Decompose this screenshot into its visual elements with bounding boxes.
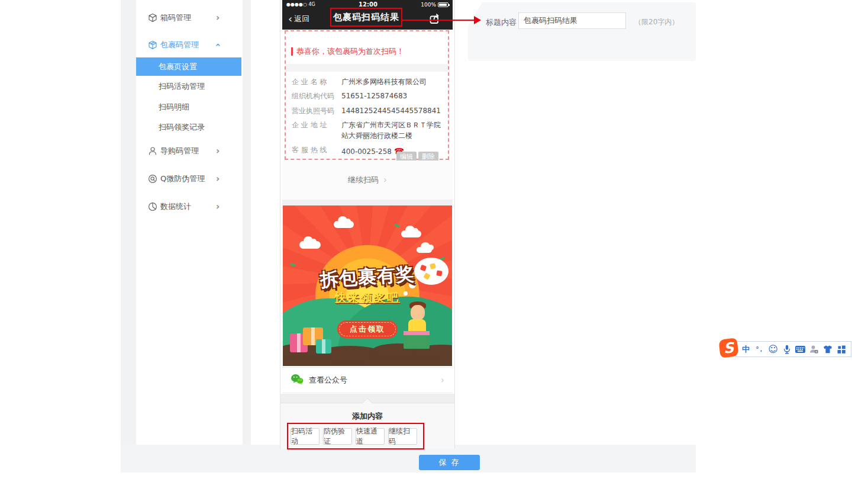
add-content-title: 添加内容 xyxy=(280,411,454,422)
char-limit-hint: （限20字内） xyxy=(634,17,679,27)
ime-toolbar-box: 中 °， ☺ xyxy=(735,341,851,357)
chevron-right-icon: › xyxy=(383,175,387,185)
add-content-annotated-box: 扫码活动 防伪验证 快速通道 继续扫码 xyxy=(287,423,424,449)
sidebar-item-package-code[interactable]: 包裹码管理 › xyxy=(136,36,243,54)
phone-statusbar: ●●●●○ 4G 12:00 100% xyxy=(282,0,453,8)
left-gutter xyxy=(121,0,136,445)
back-button[interactable]: ‹ 返回 xyxy=(288,14,309,24)
page-title-annotated: 包裹码扫码结果 xyxy=(330,8,402,27)
claim-prize-button[interactable]: 点击领取 xyxy=(339,322,396,336)
chevron-up-icon: › xyxy=(212,40,223,50)
info-row-license-no: 营业执照号码 1448125244545445578841 xyxy=(292,106,445,116)
chevron-right-icon: › xyxy=(213,146,222,156)
sidebar-item-q-anti-fake[interactable]: Q微防伪管理 › xyxy=(136,170,243,188)
phone-preview: ●●●●○ 4G 12:00 100% ‹ 返回 包裹码扫码结果 xyxy=(280,0,455,449)
phone-navbar: ‹ 返回 包裹码扫码结果 xyxy=(282,8,453,30)
q-shield-icon xyxy=(148,174,157,184)
ime-toolbar: 中 °， ☺ xyxy=(719,339,852,358)
divider xyxy=(282,200,453,205)
red-bar xyxy=(291,47,293,56)
official-account-label: 查看公众号 xyxy=(309,375,347,386)
toolbox-grid-icon[interactable] xyxy=(836,344,847,355)
info-row-company-name: 企 业 名 称 广州米多网络科技有限公司 xyxy=(292,77,445,87)
keyboard-icon[interactable] xyxy=(795,344,806,355)
info-row-address: 企 业 地 址 广东省广州市天河区ＢＲＴ学院站大舜丽池行政楼二楼 xyxy=(292,120,445,141)
save-button[interactable]: 保 存 xyxy=(419,455,480,470)
chevron-right-icon: › xyxy=(213,174,222,184)
title-setting-callout: 标题内容： （限20字内） xyxy=(468,2,696,61)
sidebar-right-gutter xyxy=(243,0,251,445)
box-icon xyxy=(148,13,157,23)
screen: 箱码管理 › 包裹码管理 › 包裹页设置 扫码活动管理 扫码明细 扫码领奖记录 … xyxy=(0,0,868,485)
annotation-arrow-head xyxy=(474,16,481,24)
sidebar: 箱码管理 › 包裹码管理 › 包裹页设置 扫码活动管理 扫码明细 扫码领奖记录 … xyxy=(136,0,243,445)
sidebar-item-box-code[interactable]: 箱码管理 › xyxy=(136,9,243,27)
sogou-logo[interactable]: S xyxy=(718,338,738,358)
clock: 12:00 xyxy=(359,1,377,8)
title-content-input[interactable] xyxy=(518,12,626,29)
sidebar-item-data-statistics[interactable]: 数据统计 › xyxy=(136,198,243,216)
skin-shirt-icon[interactable] xyxy=(822,344,833,355)
ime-mode-chinese[interactable]: 中 xyxy=(741,344,751,355)
battery-icon xyxy=(438,2,448,7)
cloud xyxy=(299,241,321,249)
microphone-icon[interactable] xyxy=(782,344,792,355)
add-content-panel: 添加内容 扫码活动 防伪验证 快速通道 继续扫码 xyxy=(280,403,454,449)
continue-scan-row[interactable]: 继续扫码 › xyxy=(282,160,453,200)
gift-box xyxy=(316,339,331,354)
banner-subtitle: 快来领奖吧 xyxy=(283,290,452,306)
share-icon[interactable] xyxy=(429,12,442,25)
cloud xyxy=(334,221,354,228)
open-package xyxy=(404,331,430,349)
chevron-right-icon: › xyxy=(213,201,222,212)
sidebar-item-label: 箱码管理 xyxy=(160,12,191,23)
chevron-right-icon: › xyxy=(213,12,222,23)
annotation-arrow-line xyxy=(402,20,475,21)
sidebar-item-guide-code[interactable]: 导购码管理 › xyxy=(136,142,243,160)
company-info-rows: 企 业 名 称 广州米多网络科技有限公司 组织机构代码 51651-125874… xyxy=(292,77,445,161)
add-continue-scan-button[interactable]: 继续扫码 xyxy=(388,428,417,445)
cloud xyxy=(401,230,421,237)
user-account-icon[interactable] xyxy=(809,344,819,355)
promo-banner: 拆包裹有奖 快来领奖吧 点击领取 xyxy=(283,205,452,366)
congrats-text: 恭喜你，该包裹码为首次扫码！ xyxy=(296,46,404,57)
sidebar-item-scan-prize-records[interactable]: 扫码领奖记录 xyxy=(136,118,241,136)
signal-indicator: ●●●●○ 4G xyxy=(286,2,315,7)
sidebar-item-label: Q微防伪管理 xyxy=(160,174,205,184)
chevron-right-icon: › xyxy=(441,375,444,386)
phone-statusbar-navbar: ●●●●○ 4G 12:00 100% ‹ 返回 包裹码扫码结果 xyxy=(282,0,453,30)
person-icon xyxy=(148,146,157,156)
sidebar-item-label: 数据统计 xyxy=(160,201,191,212)
sidebar-item-package-page-settings[interactable]: 包裹页设置 xyxy=(136,57,241,76)
add-fast-channel-button[interactable]: 快速通道 xyxy=(356,428,385,445)
divider xyxy=(286,64,448,72)
cloud xyxy=(417,247,432,253)
add-anti-fake-verify-button[interactable]: 防伪验证 xyxy=(323,428,352,445)
ime-punctuation-toggle[interactable]: °， xyxy=(754,344,765,355)
sidebar-item-label: 导购码管理 xyxy=(160,146,199,156)
pie-chart-icon xyxy=(148,202,157,211)
back-chevron-icon: ‹ xyxy=(288,14,292,24)
congrats-row: 恭喜你，该包裹码为首次扫码！ xyxy=(291,46,404,57)
battery-percent: 100% xyxy=(421,2,436,8)
add-scan-activity-button[interactable]: 扫码活动 xyxy=(291,428,320,445)
wechat-icon xyxy=(291,374,304,387)
info-row-org-code: 组织机构代码 51651-125874683 xyxy=(292,91,445,101)
sidebar-item-label: 包裹码管理 xyxy=(160,40,199,50)
sidebar-item-scan-activity[interactable]: 扫码活动管理 xyxy=(136,78,241,95)
sidebar-item-scan-detail[interactable]: 扫码明细 xyxy=(136,98,241,116)
package-icon xyxy=(148,40,157,50)
official-account-row[interactable]: 查看公众号 › xyxy=(282,367,453,393)
company-info-card: 恭喜你，该包裹码为首次扫码！ 企 业 名 称 广州米多网络科技有限公司 组织机构… xyxy=(285,30,449,160)
smiley-icon[interactable]: ☺ xyxy=(768,344,779,355)
